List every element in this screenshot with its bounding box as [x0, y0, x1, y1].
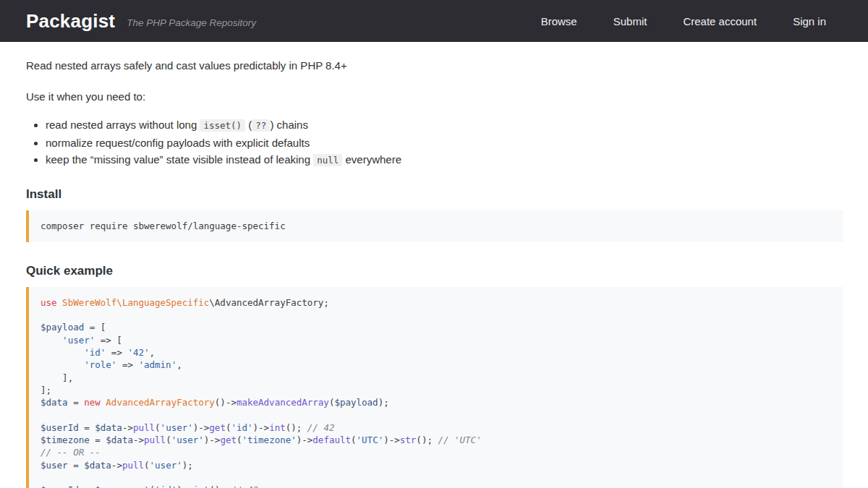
code-line: 'user' => [	[41, 334, 832, 346]
nav-submit[interactable]: Submit	[613, 15, 647, 27]
code-line: composer require sbwerewolf/language-spe…	[41, 220, 832, 232]
code-line: 'id' => '42',	[41, 346, 832, 359]
code-line: $userId = $user->get('id')->int(); // 42	[41, 484, 832, 488]
inline-code: isset()	[200, 119, 245, 132]
list-item: normalize request/config payloads with e…	[46, 134, 843, 152]
code-line: $userId = $data->pull('user')->get('id')…	[41, 421, 832, 434]
code-line: $user = $data->pull('user');	[41, 459, 832, 471]
inline-code: null	[313, 154, 342, 166]
list-item: read nested arrays without long isset() …	[46, 116, 843, 134]
use-case-list: read nested arrays without long isset() …	[46, 116, 843, 169]
code-line	[41, 408, 832, 421]
code-line	[41, 309, 832, 321]
quick-example-heading: Quick example	[26, 264, 843, 278]
inline-code: ??	[252, 119, 270, 132]
packagist-logo[interactable]: Packagist	[26, 10, 115, 33]
list-item: keep the “missing value” state visible i…	[46, 151, 843, 169]
tagline: The PHP Package Repository	[127, 17, 256, 28]
code-line	[41, 471, 832, 484]
code-line: 'role' => 'admin',	[41, 359, 832, 371]
nav-create-account[interactable]: Create account	[683, 15, 757, 27]
main-nav: Browse Submit Create account Sign in	[541, 15, 826, 27]
code-line: $data = new AdvancedArrayFactory()->make…	[41, 396, 832, 408]
use-when-paragraph: Use it when you need to:	[26, 89, 843, 104]
code-line: ];	[41, 384, 832, 396]
readme-content: Read nested arrays safely and cast value…	[0, 42, 868, 488]
nav-sign-in[interactable]: Sign in	[793, 15, 826, 27]
nav-browse[interactable]: Browse	[541, 15, 577, 27]
code-line: $payload = [	[41, 321, 832, 333]
code-line: $timezone = $data->pull('user')->get('ti…	[41, 434, 832, 446]
header: Packagist The PHP Package Repository Bro…	[0, 0, 868, 42]
intro-paragraph: Read nested arrays safely and cast value…	[26, 58, 843, 73]
install-heading: Install	[26, 187, 843, 202]
code-line: // -- OR --	[41, 446, 832, 458]
code-line: use SbWereWolf\LanguageSpecific\Advanced…	[41, 296, 832, 309]
example-code-block: use SbWereWolf\LanguageSpecific\Advanced…	[26, 287, 843, 488]
code-line: ],	[41, 372, 832, 384]
install-code-block: composer require sbwerewolf/language-spe…	[26, 210, 843, 242]
